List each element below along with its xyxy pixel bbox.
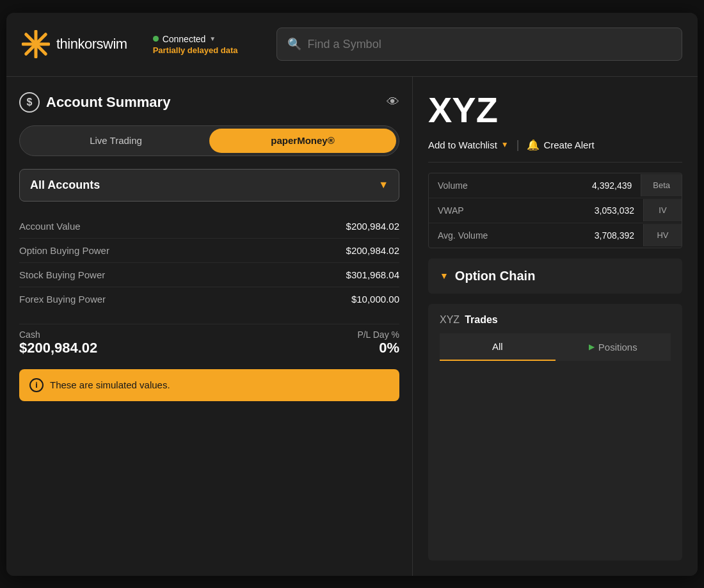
- volume-label: Volume: [438, 180, 468, 191]
- trades-symbol: XYZ: [440, 314, 460, 326]
- trades-header: XYZ Trades: [440, 314, 671, 326]
- trades-tabs: All ▶ Positions: [440, 333, 671, 361]
- vwap-value: 3,053,032: [586, 199, 643, 222]
- metric-value: $10,000.00: [351, 294, 399, 305]
- table-row: Option Buying Power $200,984.02: [19, 239, 399, 263]
- tab-all-trades[interactable]: All: [440, 333, 556, 361]
- account-summary-title: $ Account Summary: [19, 92, 170, 113]
- asterisk-svg: [22, 30, 50, 58]
- search-input[interactable]: [308, 38, 671, 51]
- search-icon: 🔍: [287, 37, 301, 51]
- cash-section: Cash $200,984.02 P/L Day % 0%: [19, 324, 399, 356]
- right-panel: XYZ Add to Watchlist ▼ | 🔔 Create Alert: [413, 77, 698, 576]
- account-summary-heading: Account Summary: [46, 94, 170, 111]
- iv-badge: IV: [643, 199, 682, 221]
- thinkorswim-logo-icon: [22, 30, 50, 58]
- option-chain-label: Option Chain: [455, 269, 536, 283]
- hv-badge: HV: [643, 224, 682, 246]
- trades-section: XYZ Trades All ▶ Positions: [428, 304, 682, 560]
- delayed-data-label: Partially delayed data: [153, 45, 238, 55]
- actions-separator: |: [516, 138, 520, 152]
- add-to-watchlist-label: Add to Watchlist: [428, 139, 497, 150]
- table-row: Forex Buying Power $10,000.00: [19, 287, 399, 311]
- brand-name: thinkorswim: [56, 36, 127, 52]
- watchlist-dropdown-icon: ▼: [501, 140, 509, 149]
- option-chain-section[interactable]: ▼ Option Chain: [428, 258, 682, 294]
- cash-info: Cash $200,984.02: [19, 330, 97, 356]
- simulated-text: These are simulated values.: [50, 379, 170, 390]
- avg-volume-label: Avg. Volume: [438, 230, 488, 241]
- all-trades-label: All: [492, 341, 503, 352]
- dollar-circle-icon: $: [19, 92, 40, 113]
- topbar: thinkorswim Connected ▼ Partially delaye…: [6, 13, 698, 77]
- table-row: Account Value $200,984.02: [19, 214, 399, 239]
- bell-icon: 🔔: [527, 139, 540, 151]
- metric-label: Option Buying Power: [19, 245, 109, 256]
- metric-value: $200,984.02: [346, 245, 399, 256]
- metrics-list: Account Value $200,984.02 Option Buying …: [19, 214, 399, 311]
- add-to-watchlist-button[interactable]: Add to Watchlist ▼: [428, 139, 509, 150]
- avg-volume-label-cell: Avg. Volume: [429, 223, 586, 248]
- visibility-icon[interactable]: 👁: [387, 95, 399, 109]
- cash-value: $200,984.02: [19, 340, 97, 356]
- vwap-label-cell: VWAP: [429, 198, 586, 223]
- accounts-dropdown-label: All Accounts: [30, 179, 100, 192]
- stats-row-vwap: VWAP 3,053,032 IV: [429, 198, 682, 223]
- stats-row-avg-volume: Avg. Volume 3,708,392 HV: [429, 223, 682, 248]
- create-alert-button[interactable]: 🔔 Create Alert: [527, 139, 594, 151]
- stats-row-volume: Volume 4,392,439 Beta: [429, 173, 682, 198]
- simulated-values-banner: i These are simulated values.: [19, 369, 399, 401]
- metric-label: Account Value: [19, 221, 81, 232]
- metric-label: Stock Buying Power: [19, 269, 105, 280]
- trading-toggle: Live Trading paperMoney®: [19, 125, 399, 156]
- chevron-down-icon: ▼: [378, 179, 388, 191]
- volume-value: 4,392,439: [583, 174, 641, 197]
- positions-label: Positions: [598, 342, 637, 353]
- tab-positions[interactable]: ▶ Positions: [556, 333, 671, 361]
- avg-volume-value: 3,708,392: [586, 224, 643, 247]
- live-trading-button[interactable]: Live Trading: [22, 129, 209, 153]
- create-alert-label: Create Alert: [543, 139, 594, 150]
- pl-day-value: 0%: [357, 340, 399, 356]
- account-summary-header: $ Account Summary 👁: [19, 92, 399, 113]
- connection-dropdown-icon[interactable]: ▼: [209, 35, 216, 42]
- main-content: $ Account Summary 👁 Live Trading paperMo…: [6, 77, 698, 576]
- symbol-actions: Add to Watchlist ▼ | 🔔 Create Alert: [428, 138, 682, 163]
- metric-value: $301,968.04: [346, 269, 399, 280]
- connection-status: Connected ▼ Partially delayed data: [153, 34, 238, 55]
- logo-area: thinkorswim: [22, 30, 127, 58]
- volume-label-cell: Volume: [429, 173, 583, 198]
- search-bar[interactable]: 🔍: [276, 28, 682, 61]
- metric-value: $200,984.02: [346, 221, 399, 232]
- symbol-title: XYZ: [428, 92, 682, 128]
- cash-label: Cash: [19, 330, 97, 340]
- pl-day-label: P/L Day %: [357, 330, 399, 340]
- vwap-label: VWAP: [438, 205, 464, 216]
- collapse-icon: ▼: [440, 271, 449, 281]
- pl-info: P/L Day % 0%: [357, 330, 399, 356]
- stats-grid: Volume 4,392,439 Beta VWAP 3,053,032 IV: [428, 173, 682, 248]
- metric-label: Forex Buying Power: [19, 294, 106, 305]
- positions-icon: ▶: [589, 342, 595, 351]
- trades-label: Trades: [465, 314, 498, 326]
- beta-badge: Beta: [641, 174, 682, 196]
- table-row: Stock Buying Power $301,968.04: [19, 263, 399, 287]
- paper-money-button[interactable]: paperMoney®: [209, 129, 396, 153]
- connection-dot-icon: [153, 36, 159, 42]
- info-icon: i: [29, 378, 44, 392]
- accounts-dropdown[interactable]: All Accounts ▼: [19, 169, 399, 202]
- connected-label: Connected: [163, 34, 206, 44]
- left-panel: $ Account Summary 👁 Live Trading paperMo…: [6, 77, 413, 576]
